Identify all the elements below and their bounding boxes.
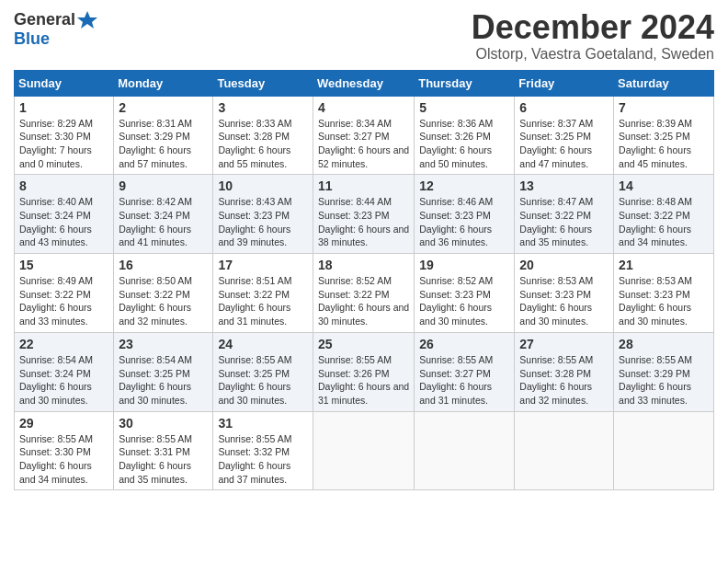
day-number: 23	[119, 337, 208, 351]
day-number: 30	[119, 416, 208, 431]
table-row	[313, 411, 414, 490]
table-row: 12Sunrise: 8:46 AMSunset: 3:23 PMDayligh…	[415, 175, 515, 254]
sunset-label: Sunset: 3:23 PM	[419, 289, 491, 300]
sunrise-label: Sunrise: 8:54 AM	[119, 354, 192, 365]
daylight-label: Daylight: 6 hours and 30 minutes.	[619, 302, 691, 327]
table-row: 16Sunrise: 8:50 AMSunset: 3:22 PMDayligh…	[114, 254, 213, 333]
sunrise-label: Sunrise: 8:54 AM	[19, 354, 93, 365]
daylight-label: Daylight: 6 hours and 32 minutes.	[519, 381, 592, 406]
table-row: 19Sunrise: 8:52 AMSunset: 3:23 PMDayligh…	[415, 254, 515, 333]
cell-content: Sunrise: 8:54 AMSunset: 3:24 PMDaylight:…	[19, 353, 108, 408]
cell-content: Sunrise: 8:43 AMSunset: 3:23 PMDaylight:…	[218, 195, 308, 249]
sunset-label: Sunset: 3:23 PM	[318, 210, 390, 221]
table-row: 24Sunrise: 8:55 AMSunset: 3:25 PMDayligh…	[213, 332, 313, 411]
sunset-label: Sunset: 3:25 PM	[519, 131, 591, 142]
sunset-label: Sunset: 3:23 PM	[218, 210, 290, 221]
sunset-label: Sunset: 3:22 PM	[119, 289, 190, 300]
table-row: 10Sunrise: 8:43 AMSunset: 3:23 PMDayligh…	[213, 175, 313, 254]
sunrise-label: Sunrise: 8:33 AM	[218, 118, 291, 129]
cell-content: Sunrise: 8:53 AMSunset: 3:23 PMDaylight:…	[519, 274, 609, 328]
cell-content: Sunrise: 8:37 AMSunset: 3:25 PMDaylight:…	[519, 117, 609, 171]
cell-content: Sunrise: 8:49 AMSunset: 3:22 PMDaylight:…	[19, 274, 108, 328]
sunrise-label: Sunrise: 8:47 AM	[519, 196, 593, 207]
daylight-label: Daylight: 6 hours and 43 minutes.	[19, 224, 92, 248]
day-number: 14	[619, 178, 709, 193]
day-number: 7	[619, 100, 709, 115]
daylight-label: Daylight: 6 hours and 30 minutes.	[19, 381, 92, 406]
day-number: 29	[19, 416, 108, 431]
sunrise-label: Sunrise: 8:31 AM	[119, 118, 192, 129]
sunset-label: Sunset: 3:25 PM	[619, 131, 690, 142]
sunset-label: Sunset: 3:27 PM	[318, 131, 390, 142]
sunrise-label: Sunrise: 8:42 AM	[119, 196, 192, 207]
sunset-label: Sunset: 3:23 PM	[619, 289, 690, 300]
sunrise-label: Sunrise: 8:55 AM	[119, 433, 192, 444]
daylight-label: Daylight: 6 hours and 33 minutes.	[619, 381, 691, 406]
sunset-label: Sunset: 3:27 PM	[419, 368, 491, 379]
sunrise-label: Sunrise: 8:52 AM	[318, 275, 392, 286]
cell-content: Sunrise: 8:55 AMSunset: 3:26 PMDaylight:…	[318, 353, 409, 408]
daylight-label: Daylight: 6 hours and 30 minutes.	[119, 381, 191, 406]
sunset-label: Sunset: 3:24 PM	[19, 210, 91, 221]
cell-content: Sunrise: 8:53 AMSunset: 3:23 PMDaylight:…	[619, 274, 709, 328]
calendar-week-row: 15Sunrise: 8:49 AMSunset: 3:22 PMDayligh…	[15, 254, 714, 333]
table-row: 11Sunrise: 8:44 AMSunset: 3:23 PMDayligh…	[313, 175, 414, 254]
calendar-week-row: 8Sunrise: 8:40 AMSunset: 3:24 PMDaylight…	[15, 175, 714, 254]
sunset-label: Sunset: 3:23 PM	[419, 210, 491, 221]
daylight-label: Daylight: 6 hours and 30 minutes.	[519, 302, 592, 327]
table-row: 22Sunrise: 8:54 AMSunset: 3:24 PMDayligh…	[15, 332, 114, 411]
sunrise-label: Sunrise: 8:55 AM	[619, 354, 692, 365]
sunrise-label: Sunrise: 8:55 AM	[19, 433, 93, 444]
sunset-label: Sunset: 3:26 PM	[318, 368, 390, 379]
table-row	[614, 411, 714, 490]
day-number: 4	[318, 100, 409, 115]
daylight-label: Daylight: 6 hours and 34 minutes.	[619, 224, 691, 248]
table-row: 8Sunrise: 8:40 AMSunset: 3:24 PMDaylight…	[15, 175, 114, 254]
sunset-label: Sunset: 3:25 PM	[119, 368, 190, 379]
daylight-label: Daylight: 6 hours and 52 minutes.	[318, 144, 409, 169]
sunrise-label: Sunrise: 8:53 AM	[619, 275, 692, 286]
sunset-label: Sunset: 3:29 PM	[619, 368, 690, 379]
cell-content: Sunrise: 8:31 AMSunset: 3:29 PMDaylight:…	[119, 117, 208, 171]
day-number: 3	[218, 100, 308, 115]
title-area: December 2024 Olstorp, Vaestra Goetaland…	[472, 9, 714, 63]
sunset-label: Sunset: 3:24 PM	[19, 368, 91, 379]
daylight-label: Daylight: 6 hours and 50 minutes.	[419, 144, 492, 169]
table-row: 4Sunrise: 8:34 AMSunset: 3:27 PMDaylight…	[313, 96, 414, 175]
table-row: 2Sunrise: 8:31 AMSunset: 3:29 PMDaylight…	[114, 96, 213, 175]
table-row: 21Sunrise: 8:53 AMSunset: 3:23 PMDayligh…	[614, 254, 714, 333]
table-row: 13Sunrise: 8:47 AMSunset: 3:22 PMDayligh…	[515, 175, 614, 254]
day-number: 6	[519, 100, 609, 115]
sunset-label: Sunset: 3:22 PM	[619, 210, 690, 221]
table-row: 9Sunrise: 8:42 AMSunset: 3:24 PMDaylight…	[114, 175, 213, 254]
day-number: 13	[519, 178, 609, 193]
day-number: 9	[119, 178, 208, 193]
table-row: 27Sunrise: 8:55 AMSunset: 3:28 PMDayligh…	[515, 332, 614, 411]
sunrise-label: Sunrise: 8:50 AM	[119, 275, 192, 286]
daylight-label: Daylight: 6 hours and 30 minutes.	[419, 302, 492, 327]
sunrise-label: Sunrise: 8:55 AM	[519, 354, 593, 365]
cell-content: Sunrise: 8:47 AMSunset: 3:22 PMDaylight:…	[519, 195, 609, 249]
logo: General Blue	[14, 9, 97, 49]
col-saturday: Saturday	[614, 70, 714, 96]
daylight-label: Daylight: 6 hours and 32 minutes.	[119, 302, 191, 327]
cell-content: Sunrise: 8:55 AMSunset: 3:25 PMDaylight:…	[218, 353, 308, 408]
daylight-label: Daylight: 6 hours and 31 minutes.	[419, 381, 492, 406]
day-number: 10	[218, 178, 308, 193]
day-number: 11	[318, 178, 409, 193]
main-title: December 2024	[472, 9, 714, 46]
table-row: 18Sunrise: 8:52 AMSunset: 3:22 PMDayligh…	[313, 254, 414, 333]
sunset-label: Sunset: 3:24 PM	[119, 210, 190, 221]
day-number: 12	[419, 178, 509, 193]
daylight-label: Daylight: 6 hours and 30 minutes.	[218, 381, 290, 406]
day-number: 28	[619, 337, 709, 351]
day-number: 8	[19, 178, 108, 193]
sunrise-label: Sunrise: 8:44 AM	[318, 196, 392, 207]
day-number: 26	[419, 337, 509, 351]
sunset-label: Sunset: 3:25 PM	[218, 368, 290, 379]
day-number: 20	[519, 258, 609, 272]
cell-content: Sunrise: 8:55 AMSunset: 3:27 PMDaylight:…	[419, 353, 509, 408]
daylight-label: Daylight: 6 hours and 41 minutes.	[119, 224, 191, 248]
sunrise-label: Sunrise: 8:55 AM	[218, 433, 291, 444]
cell-content: Sunrise: 8:34 AMSunset: 3:27 PMDaylight:…	[318, 117, 409, 171]
